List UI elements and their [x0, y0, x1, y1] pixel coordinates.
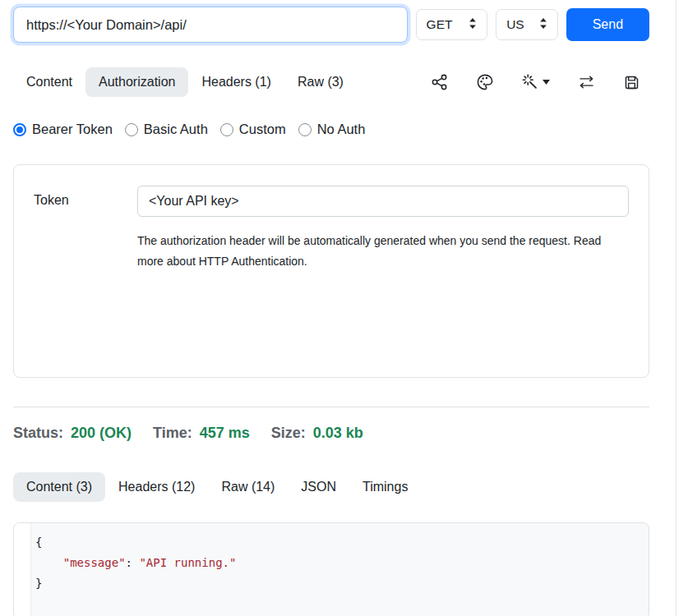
method-select-value: GET: [427, 17, 453, 32]
swap-arrows-icon[interactable]: [577, 73, 596, 91]
response-status-bar: Status: 200 (OK) Time: 457 ms Size: 0.03…: [13, 425, 649, 442]
tab-authorization[interactable]: Authorization: [85, 67, 188, 97]
tab-headers[interactable]: Headers (1): [188, 67, 284, 97]
resp-tab-json[interactable]: JSON: [288, 472, 349, 502]
status-value: 200 (OK): [71, 425, 132, 442]
select-arrows-icon: [469, 17, 477, 32]
method-select[interactable]: GET: [416, 9, 488, 40]
time-group: Time: 457 ms: [153, 425, 250, 442]
auth-option-custom[interactable]: Custom: [220, 122, 286, 137]
response-json: { "message": "API running." }: [31, 523, 236, 616]
size-value: 0.03 kb: [313, 425, 363, 442]
json-key: "message": [63, 556, 126, 569]
resp-tab-timings[interactable]: Timings: [349, 472, 421, 502]
request-tabs: Content Authorization Headers (1) Raw (3…: [13, 67, 649, 97]
api-client-page: GET US Send Content Authorizati: [0, 0, 688, 616]
code-line: "message": "API running.": [35, 553, 236, 573]
auth-option-label: Bearer Token: [32, 122, 113, 137]
radio-icon: [125, 123, 138, 136]
status-group: Status: 200 (OK): [13, 425, 132, 442]
code-line: }: [35, 573, 236, 594]
request-toolbar: [431, 73, 649, 91]
time-value: 457 ms: [200, 425, 250, 442]
token-input[interactable]: [137, 186, 629, 217]
auth-option-bearer[interactable]: Bearer Token: [13, 122, 113, 137]
size-label: Size:: [271, 425, 306, 442]
send-button[interactable]: Send: [566, 8, 649, 41]
share-icon[interactable]: [431, 73, 449, 91]
token-label: Token: [34, 186, 137, 356]
region-select-value: US: [506, 17, 524, 32]
time-label: Time:: [153, 425, 192, 442]
auth-option-label: Basic Auth: [144, 122, 208, 137]
response-body-panel: { "message": "API running." }: [13, 522, 649, 616]
auth-option-label: No Auth: [317, 122, 366, 137]
magic-wand-icon[interactable]: [521, 73, 550, 91]
size-group: Size: 0.03 kb: [271, 425, 363, 442]
request-bar: GET US Send: [13, 0, 649, 43]
bearer-token-panel: Token The authorization header will be a…: [13, 164, 649, 378]
auth-type-options: Bearer Token Basic Auth Custom No Auth: [13, 122, 649, 137]
auth-option-label: Custom: [239, 122, 286, 137]
select-arrows-icon: [539, 17, 547, 32]
save-icon[interactable]: [623, 74, 640, 91]
caret-down-icon: [543, 80, 550, 85]
auth-option-basic[interactable]: Basic Auth: [125, 122, 208, 137]
radio-checked-icon: [13, 123, 26, 136]
page-right-divider: [676, 0, 676, 616]
json-value: "API running.": [139, 556, 236, 569]
resp-tab-headers[interactable]: Headers (12): [105, 472, 208, 502]
resp-tab-content[interactable]: Content (3): [13, 472, 105, 502]
resp-tab-raw[interactable]: Raw (14): [208, 472, 288, 502]
radio-icon: [298, 123, 312, 136]
region-select[interactable]: US: [496, 9, 558, 40]
status-label: Status:: [13, 425, 63, 442]
radio-icon: [220, 123, 233, 136]
url-input[interactable]: [13, 7, 408, 43]
palette-icon[interactable]: [476, 73, 494, 91]
response-tabs: Content (3) Headers (12) Raw (14) JSON T…: [13, 472, 649, 502]
section-divider: [13, 407, 649, 407]
token-help-text: The authorization header will be automat…: [137, 231, 621, 272]
tab-raw[interactable]: Raw (3): [284, 67, 357, 97]
tab-content[interactable]: Content: [13, 67, 85, 97]
json-separator: :: [126, 556, 140, 569]
auth-option-no-auth[interactable]: No Auth: [298, 122, 366, 137]
code-gutter: [14, 523, 31, 616]
code-line: {: [35, 532, 236, 553]
